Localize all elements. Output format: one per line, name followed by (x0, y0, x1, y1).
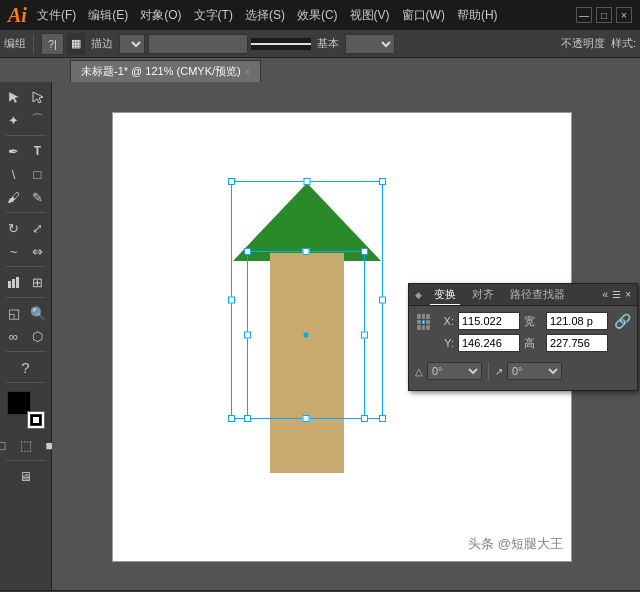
menu-view[interactable]: 视图(V) (350, 7, 390, 24)
grid-dot-1[interactable] (417, 314, 421, 319)
sel-handle-br[interactable] (379, 415, 386, 422)
eyedropper-tool[interactable]: 🔍 (27, 302, 49, 324)
arrow-shape-container[interactable] (233, 183, 381, 473)
group-label-area: 编组 (4, 36, 26, 51)
angle1-select[interactable]: 0° (427, 362, 482, 380)
tab-transform[interactable]: 变换 (430, 285, 460, 305)
main-area: ✦ ⌒ ✒ T \ □ 🖌 ✎ ↻ ⤢ ~ ⇔ (0, 82, 640, 590)
sel-handle-bl[interactable] (228, 415, 235, 422)
type-tool[interactable]: T (27, 140, 49, 162)
isel-handle-mr[interactable] (361, 332, 368, 339)
reference-point-grid[interactable] (415, 312, 432, 332)
panel-menu-btn[interactable]: ☰ (612, 289, 621, 300)
stroke-select[interactable] (119, 34, 145, 54)
selection-tool[interactable] (3, 86, 25, 108)
direct-selection-tool[interactable] (27, 86, 49, 108)
svg-marker-0 (9, 92, 19, 103)
x-input[interactable] (458, 312, 520, 330)
grid-dot-6[interactable] (426, 320, 430, 325)
grid-dot-9[interactable] (426, 325, 430, 330)
blend-tool[interactable]: ∞ (3, 325, 25, 347)
tab-align[interactable]: 对齐 (468, 285, 498, 304)
basic-select[interactable] (345, 34, 395, 54)
change-screen-mode[interactable]: 🖥 (4, 465, 48, 487)
menu-help[interactable]: 帮助(H) (457, 7, 498, 24)
stroke-input[interactable] (148, 34, 248, 54)
tab-close-button[interactable]: × (245, 67, 250, 77)
unknown-tool[interactable]: ? (4, 356, 48, 378)
rotate-tool[interactable]: ↻ (3, 217, 25, 239)
angle2-select[interactable]: 0° (507, 362, 562, 380)
panel-collapse-btn[interactable]: « (603, 289, 609, 300)
magic-wand-tool[interactable]: ✦ (3, 109, 25, 131)
link-icon[interactable]: 🔗 (614, 313, 631, 329)
watermark: 头条 @短腿大王 (468, 535, 563, 553)
pencil-tool[interactable]: ✎ (27, 186, 49, 208)
tool-sep-4 (6, 297, 46, 298)
h-input[interactable] (546, 334, 608, 352)
isel-handle-bl[interactable] (244, 415, 251, 422)
toolbar-controls: ?| ▦ 描边 基本 (41, 33, 395, 55)
menu-window[interactable]: 窗口(W) (402, 7, 445, 24)
toolbar-sep-1 (33, 34, 34, 54)
panel-diamond-icon: ◆ (415, 290, 422, 300)
toolbar: 编组 ?| ▦ 描边 基本 不透明度 样式: (0, 30, 640, 58)
line-tool-row: \ □ (3, 163, 49, 185)
sel-handle-ml[interactable] (228, 297, 235, 304)
grid-dot-8[interactable] (422, 325, 426, 330)
isel-handle-ml[interactable] (244, 332, 251, 339)
grid-dot-7[interactable] (417, 325, 421, 330)
stroke-label: 描边 (91, 36, 113, 51)
grid-dot-3[interactable] (426, 314, 430, 319)
pen-tool[interactable]: ✒ (3, 140, 25, 162)
menu-edit[interactable]: 编辑(E) (88, 7, 128, 24)
canvas-area[interactable]: ◆ 变换 对齐 路径查找器 « ☰ × (52, 82, 640, 590)
left-toolbar: ✦ ⌒ ✒ T \ □ 🖌 ✎ ↻ ⤢ ~ ⇔ (0, 82, 52, 590)
canvas-background: ◆ 变换 对齐 路径查找器 « ☰ × (112, 112, 572, 562)
sel-handle-mr[interactable] (379, 297, 386, 304)
menu-file[interactable]: 文件(F) (37, 7, 76, 24)
tool-sep-7 (6, 460, 46, 461)
mesh-tool[interactable]: ⊞ (27, 271, 49, 293)
document-tab[interactable]: 未标题-1* @ 121% (CMYK/预览) × (70, 60, 261, 82)
stroke-color-box[interactable] (27, 411, 45, 429)
rotate-tool-row: ↻ ⤢ (3, 217, 49, 239)
lasso-tool[interactable]: ⌒ (27, 109, 49, 131)
panel-header: ◆ 变换 对齐 路径查找器 « ☰ × (409, 284, 637, 306)
tool-sep-6 (6, 382, 46, 383)
close-button[interactable]: × (616, 7, 632, 23)
minimize-button[interactable]: — (576, 7, 592, 23)
grid-dot-4[interactable] (417, 320, 421, 325)
width-tool[interactable]: ⇔ (27, 240, 49, 262)
isel-handle-br[interactable] (361, 415, 368, 422)
opacity-label: 不透明度 (561, 36, 605, 51)
screen-mode-1[interactable]: □ (0, 434, 13, 456)
menu-select[interactable]: 选择(S) (245, 7, 285, 24)
w-input[interactable] (546, 312, 608, 330)
grid-dot-5[interactable] (422, 320, 426, 325)
toolbar-btn-1[interactable]: ?| (41, 33, 64, 55)
panel-close-btn[interactable]: × (625, 289, 631, 300)
menu-object[interactable]: 对象(O) (140, 7, 181, 24)
grid-dot-2[interactable] (422, 314, 426, 319)
screen-mode-2[interactable]: ⬚ (15, 434, 37, 456)
rect-tool[interactable]: □ (27, 163, 49, 185)
magic-wand-row: ✦ ⌒ (3, 109, 49, 131)
column-graph-tool[interactable] (3, 271, 25, 293)
gradient-tool[interactable]: ◱ (3, 302, 25, 324)
scale-tool[interactable]: ⤢ (27, 217, 49, 239)
tab-title: 未标题-1* @ 121% (CMYK/预览) (81, 64, 241, 79)
toolbar-btn-2[interactable]: ▦ (67, 33, 85, 55)
tab-pathfinder[interactable]: 路径查找器 (506, 285, 569, 304)
paintbrush-tool[interactable]: 🖌 (3, 186, 25, 208)
maximize-button[interactable]: □ (596, 7, 612, 23)
xy-fields: X: 宽 🔗 Y: 高 (440, 312, 631, 356)
live-paint-tool[interactable]: ⬡ (27, 325, 49, 347)
menu-effect[interactable]: 效果(C) (297, 7, 338, 24)
y-input[interactable] (458, 334, 520, 352)
line-tool[interactable]: \ (3, 163, 25, 185)
menu-type[interactable]: 文字(T) (194, 7, 233, 24)
arrow-head-svg (233, 183, 381, 261)
warp-tool[interactable]: ~ (3, 240, 25, 262)
angle-divider (488, 362, 489, 380)
